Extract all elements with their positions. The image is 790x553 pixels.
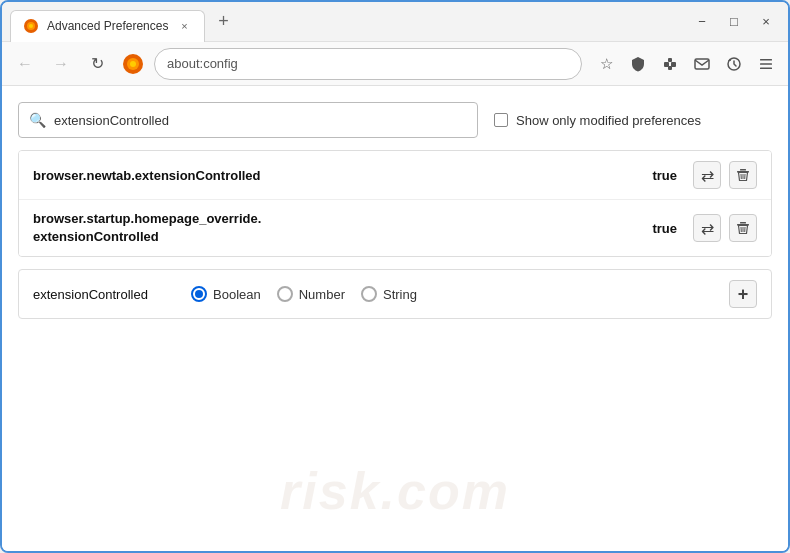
browser-tab[interactable]: Advanced Preferences × <box>10 10 205 42</box>
svg-rect-10 <box>695 59 709 69</box>
extension-icon[interactable] <box>656 50 684 78</box>
svg-rect-12 <box>760 59 772 61</box>
svg-rect-6 <box>664 62 669 67</box>
radio-number[interactable]: Number <box>277 286 345 302</box>
preference-value: true <box>652 221 677 236</box>
radio-string-label: String <box>383 287 417 302</box>
show-modified-checkbox-label[interactable]: Show only modified preferences <box>494 113 701 128</box>
new-tab-button[interactable]: + <box>209 8 237 36</box>
firefox-logo <box>122 53 144 75</box>
svg-rect-8 <box>668 58 672 62</box>
add-preference-button[interactable]: + <box>729 280 757 308</box>
toggle-button[interactable]: ⇄ <box>693 161 721 189</box>
search-box: 🔍 <box>18 102 478 138</box>
tab-favicon <box>23 18 39 34</box>
add-preference-row: extensionControlled Boolean Number Strin… <box>18 269 772 319</box>
toggle-button[interactable]: ⇄ <box>693 214 721 242</box>
preference-name-line2: extensionControlled <box>33 228 652 246</box>
tab-title: Advanced Preferences <box>47 19 168 33</box>
radio-boolean-circle[interactable] <box>191 286 207 302</box>
show-modified-checkbox[interactable] <box>494 113 508 127</box>
table-row: browser.newtab.extensionControlled true … <box>19 151 771 200</box>
svg-point-2 <box>29 24 33 28</box>
search-input[interactable] <box>54 113 467 128</box>
browser-window: Advanced Preferences × + − □ × ← → ↻ abo… <box>0 0 790 553</box>
svg-rect-16 <box>740 169 746 171</box>
preference-actions: ⇄ <box>693 214 757 242</box>
show-modified-label: Show only modified preferences <box>516 113 701 128</box>
content-area: 🔍 Show only modified preferences browser… <box>2 86 788 551</box>
refresh-button[interactable]: ↻ <box>82 49 112 79</box>
radio-boolean[interactable]: Boolean <box>191 286 261 302</box>
forward-button[interactable]: → <box>46 49 76 79</box>
delete-button[interactable] <box>729 161 757 189</box>
minimize-button[interactable]: − <box>688 8 716 36</box>
nav-icons: ☆ <box>592 50 780 78</box>
watermark: risk.com <box>280 461 510 521</box>
radio-number-circle[interactable] <box>277 286 293 302</box>
close-button[interactable]: × <box>752 8 780 36</box>
back-button[interactable]: ← <box>10 49 40 79</box>
bookmark-icon[interactable]: ☆ <box>592 50 620 78</box>
svg-rect-14 <box>760 67 772 69</box>
preference-name: browser.newtab.extensionControlled <box>33 168 652 183</box>
menu-icon[interactable] <box>752 50 780 78</box>
shield-icon[interactable] <box>624 50 652 78</box>
svg-point-5 <box>130 61 136 67</box>
svg-rect-7 <box>671 62 676 67</box>
title-bar: Advanced Preferences × + − □ × <box>2 2 788 42</box>
history-icon[interactable] <box>720 50 748 78</box>
mail-icon[interactable] <box>688 50 716 78</box>
search-icon: 🔍 <box>29 112 46 128</box>
preferences-table: browser.newtab.extensionControlled true … <box>18 150 772 257</box>
new-preference-name: extensionControlled <box>33 287 183 302</box>
svg-rect-9 <box>668 66 672 70</box>
maximize-button[interactable]: □ <box>720 8 748 36</box>
tab-close-button[interactable]: × <box>176 18 192 34</box>
navigation-bar: ← → ↻ about:config ☆ <box>2 42 788 86</box>
type-radio-group: Boolean Number String <box>191 286 721 302</box>
radio-boolean-label: Boolean <box>213 287 261 302</box>
search-row: 🔍 Show only modified preferences <box>18 102 772 138</box>
svg-rect-13 <box>760 63 772 65</box>
preference-actions: ⇄ <box>693 161 757 189</box>
preference-value: true <box>652 168 677 183</box>
radio-number-label: Number <box>299 287 345 302</box>
svg-rect-21 <box>740 222 746 224</box>
address-bar[interactable]: about:config <box>154 48 582 80</box>
radio-string-circle[interactable] <box>361 286 377 302</box>
window-controls: − □ × <box>688 8 780 36</box>
delete-button[interactable] <box>729 214 757 242</box>
table-row: browser.startup.homepage_override. exten… <box>19 200 771 256</box>
address-text: about:config <box>167 56 238 71</box>
radio-string[interactable]: String <box>361 286 417 302</box>
preference-name: browser.startup.homepage_override. exten… <box>33 210 652 246</box>
preference-name-line1: browser.startup.homepage_override. <box>33 210 652 228</box>
